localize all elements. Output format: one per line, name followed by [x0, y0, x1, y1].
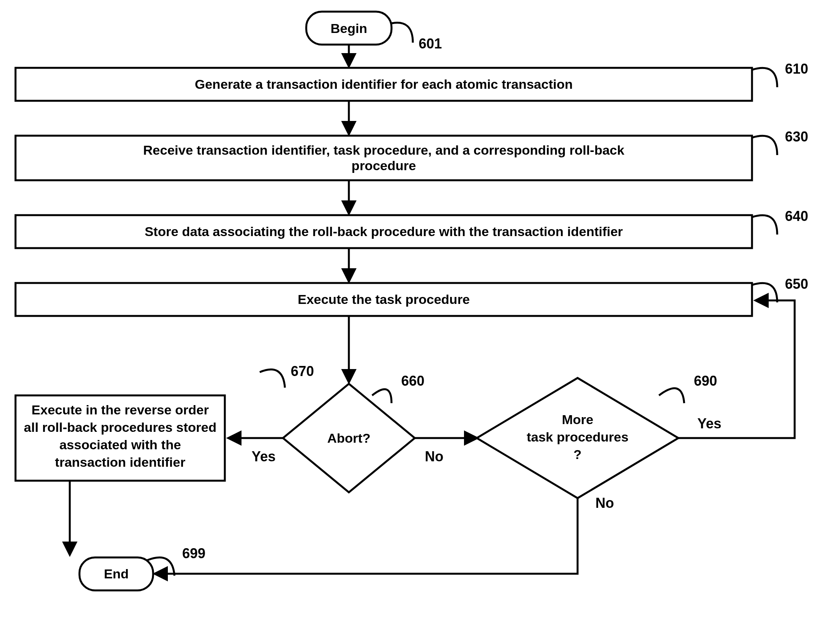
arrow-690-no-to-end — [155, 498, 578, 574]
ref-660: 660 — [401, 373, 424, 389]
ref-hook-660 — [372, 389, 392, 403]
edge-660-yes: Yes — [252, 449, 276, 464]
edge-660-no: No — [425, 449, 443, 464]
process-640-label: Store data associating the roll-back pro… — [145, 224, 623, 239]
ref-hook-630 — [752, 136, 777, 155]
ref-650: 650 — [785, 276, 808, 292]
decision-690-label-l3: ? — [574, 447, 582, 462]
process-630-label-l2: procedure — [352, 158, 416, 173]
ref-630: 630 — [785, 129, 808, 145]
ref-690: 690 — [694, 373, 717, 389]
process-670-label-l3: associated with the — [59, 437, 181, 452]
process-670-label-l2: all roll-back procedures stored — [24, 420, 217, 435]
ref-hook-610 — [752, 68, 777, 87]
process-630-label-l1: Receive transaction identifier, task pro… — [143, 143, 624, 157]
ref-640: 640 — [785, 208, 808, 224]
ref-hook-670 — [260, 369, 285, 388]
ref-699: 699 — [182, 545, 205, 561]
begin-label: Begin — [331, 21, 367, 36]
ref-hook-690 — [659, 388, 684, 403]
arrow-690-yes-loop — [678, 300, 795, 438]
process-670-label-l4: transaction identifier — [55, 455, 185, 469]
process-670-label-l1: Execute in the reverse order — [31, 402, 209, 417]
flowchart-diagram: Begin 601 Generate a transaction identif… — [0, 0, 840, 628]
process-610-label: Generate a transaction identifier for ea… — [195, 77, 573, 91]
ref-610: 610 — [785, 61, 808, 77]
decision-690-label-l2: task procedures — [527, 430, 629, 444]
ref-hook-601 — [392, 23, 413, 43]
decision-690-label-l1: More — [562, 412, 593, 427]
ref-hook-640 — [752, 215, 777, 235]
process-650-label: Execute the task procedure — [298, 292, 470, 307]
edge-690-no: No — [595, 495, 614, 511]
decision-660-label: Abort? — [327, 431, 370, 445]
edge-690-yes: Yes — [697, 416, 721, 431]
ref-670: 670 — [291, 363, 314, 379]
ref-601: 601 — [419, 36, 442, 52]
end-label: End — [104, 566, 129, 581]
